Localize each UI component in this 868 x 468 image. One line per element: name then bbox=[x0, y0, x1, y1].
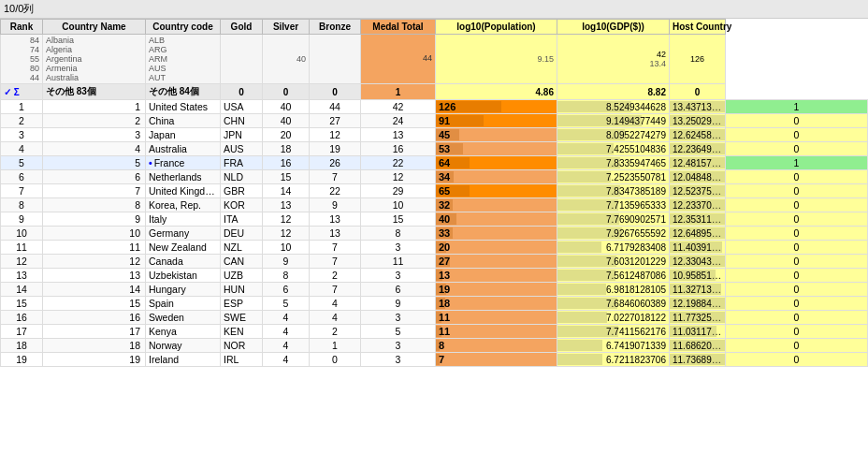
cell-rank: 7 bbox=[43, 184, 146, 198]
header-country-code[interactable]: Country code bbox=[146, 20, 221, 35]
header-log-gdp[interactable]: log10(GDP($)) bbox=[557, 20, 670, 35]
cell-host: 0 bbox=[726, 325, 868, 339]
table-row[interactable]: 17 17 Kenya KEN 4 2 5 11 7.7411562176 11… bbox=[1, 325, 868, 339]
cell-host: 0 bbox=[726, 227, 868, 241]
cell-bronze: 10 bbox=[361, 198, 436, 212]
table-row[interactable]: 18 18 Norway NOR 4 1 3 8 6.7419071339 11… bbox=[1, 339, 868, 353]
cell-bronze: 6 bbox=[361, 283, 436, 297]
table-row[interactable]: 12 12 Canada CAN 9 7 11 27 7.6031201229 … bbox=[1, 255, 868, 269]
table-row[interactable]: 3 3 Japan JPN 20 12 13 45 8.0952274279 1… bbox=[1, 128, 868, 142]
sigma-other-name: その他 83個 bbox=[43, 84, 146, 100]
table-row[interactable]: 13 13 Uzbekistan UZB 8 2 3 13 7.56124870… bbox=[1, 269, 868, 283]
cell-silver: 2 bbox=[310, 269, 361, 283]
cell-gold: 4 bbox=[263, 325, 310, 339]
cell-medal-total: 126 bbox=[436, 100, 557, 114]
cell-log-gdp: 12.048488416 bbox=[670, 170, 726, 184]
cell-log-pop: 7.8347385189 bbox=[557, 184, 670, 198]
cell-bronze: 12 bbox=[361, 170, 436, 184]
cell-country-name: Australia bbox=[146, 142, 221, 156]
header-country-name[interactable]: Country Name bbox=[43, 20, 146, 35]
header-medal-total[interactable]: Medal Total bbox=[361, 20, 436, 35]
cell-host: 0 bbox=[726, 283, 868, 297]
cell-log-pop: 6.9818128105 bbox=[557, 283, 670, 297]
cell-idx: 16 bbox=[1, 311, 43, 325]
cell-silver: 19 bbox=[310, 142, 361, 156]
cell-idx: 12 bbox=[1, 255, 43, 269]
cell-log-gdp: 10.958512039 bbox=[670, 269, 726, 283]
cell-gold: 15 bbox=[263, 170, 310, 184]
cell-idx: 13 bbox=[1, 269, 43, 283]
cell-host: 0 bbox=[726, 212, 868, 227]
table-row[interactable]: 1 1 United States USA 40 44 42 126 8.524… bbox=[1, 100, 868, 114]
cell-country-name: New Zealand bbox=[146, 241, 221, 255]
cell-silver: 9 bbox=[310, 198, 361, 212]
cell-country-name: Kenya bbox=[146, 325, 221, 339]
mini-code-col: ALB ARG ARM AUS AUT bbox=[146, 35, 221, 84]
cell-medal-total: 34 bbox=[436, 170, 557, 184]
cell-country-code: DEU bbox=[221, 227, 263, 241]
top-bar: 10/0列 bbox=[0, 0, 868, 19]
cell-country-code: IRL bbox=[221, 353, 263, 367]
cell-idx: 10 bbox=[1, 227, 43, 241]
cell-silver: 26 bbox=[310, 156, 361, 170]
table-row[interactable]: 4 4 Australia AUS 18 19 16 53 7.42551048… bbox=[1, 142, 868, 156]
cell-medal-total: 33 bbox=[436, 227, 557, 241]
header-rank[interactable]: Rank bbox=[1, 20, 43, 35]
table-row[interactable]: 10 10 Germany DEU 12 13 8 33 7.926765559… bbox=[1, 227, 868, 241]
table-row[interactable]: 8 8 Korea, Rep. KOR 13 9 10 32 7.7135965… bbox=[1, 198, 868, 212]
header-log-pop[interactable]: log10(Population) bbox=[436, 20, 557, 35]
cell-log-pop: 7.7135965333 bbox=[557, 198, 670, 212]
cell-gold: 12 bbox=[263, 227, 310, 241]
cell-bronze: 16 bbox=[361, 142, 436, 156]
cell-bronze: 29 bbox=[361, 184, 436, 198]
cell-country-code: UZB bbox=[221, 269, 263, 283]
cell-country-code: ITA bbox=[221, 212, 263, 227]
cell-country-code: CAN bbox=[221, 255, 263, 269]
cell-host: 0 bbox=[726, 114, 868, 128]
table-row[interactable]: 5 5 •France FRA 16 26 22 64 7.8335947465… bbox=[1, 156, 868, 170]
cell-country-name: Spain bbox=[146, 297, 221, 311]
mini-rank-col: 84 74 55 80 44 bbox=[1, 35, 43, 84]
cell-log-pop: 8.5249344628 bbox=[557, 100, 670, 114]
header-host[interactable]: Host Country bbox=[670, 20, 726, 35]
cell-medal-total: 45 bbox=[436, 128, 557, 142]
table-row[interactable]: 9 9 Italy ITA 12 13 15 40 7.7690902571 1… bbox=[1, 212, 868, 227]
table-row[interactable]: 2 2 China CHN 40 27 24 91 9.1494377449 1… bbox=[1, 114, 868, 128]
cell-bronze: 42 bbox=[361, 100, 436, 114]
cell-log-gdp: 11.403919711 bbox=[670, 241, 726, 255]
table-row[interactable]: 16 16 Sweden SWE 4 4 3 11 7.0227018122 1… bbox=[1, 311, 868, 325]
cell-silver: 2 bbox=[310, 325, 361, 339]
table-row[interactable]: 11 11 New Zealand NZL 10 7 3 20 6.717928… bbox=[1, 241, 868, 255]
cell-rank: 4 bbox=[43, 142, 146, 156]
cell-country-code: CHN bbox=[221, 114, 263, 128]
table-row[interactable]: 15 15 Spain ESP 5 4 9 18 7.6846060389 12… bbox=[1, 297, 868, 311]
cell-gold: 6 bbox=[263, 283, 310, 297]
cell-medal-total: 11 bbox=[436, 311, 557, 325]
cell-log-gdp: 13.437130379 bbox=[670, 100, 726, 114]
cell-country-name: Japan bbox=[146, 128, 221, 142]
cell-rank: 6 bbox=[43, 170, 146, 184]
cell-silver: 44 bbox=[310, 100, 361, 114]
cell-log-pop: 7.9267655592 bbox=[557, 227, 670, 241]
cell-country-name: United States bbox=[146, 100, 221, 114]
cell-silver: 7 bbox=[310, 170, 361, 184]
sigma-bronze: 0 bbox=[310, 84, 361, 100]
table-row[interactable]: 6 6 Netherlands NLD 15 7 12 34 7.2523550… bbox=[1, 170, 868, 184]
cell-country-name: Korea, Rep. bbox=[146, 198, 221, 212]
table-row[interactable]: 19 19 Ireland IRL 4 0 3 7 6.7211823706 1… bbox=[1, 353, 868, 367]
cell-silver: 1 bbox=[310, 339, 361, 353]
cell-log-gdp: 11.031170042 bbox=[670, 325, 726, 339]
cell-gold: 13 bbox=[263, 198, 310, 212]
cell-host: 0 bbox=[726, 297, 868, 311]
header-gold[interactable]: Gold bbox=[221, 20, 263, 35]
table-row[interactable]: 7 7 United Kingdom GBR 14 22 29 65 7.834… bbox=[1, 184, 868, 198]
cell-country-name: Norway bbox=[146, 339, 221, 353]
cell-log-pop: 6.7419071339 bbox=[557, 339, 670, 353]
cell-host: 0 bbox=[726, 353, 868, 367]
cell-bronze: 3 bbox=[361, 353, 436, 367]
cell-host: 0 bbox=[726, 311, 868, 325]
header-silver[interactable]: Silver bbox=[263, 20, 310, 35]
table-row[interactable]: 14 14 Hungary HUN 6 7 6 19 6.9818128105 … bbox=[1, 283, 868, 297]
header-bronze[interactable]: Bronze bbox=[310, 20, 361, 35]
cell-log-gdp: 12.353117656 bbox=[670, 212, 726, 227]
